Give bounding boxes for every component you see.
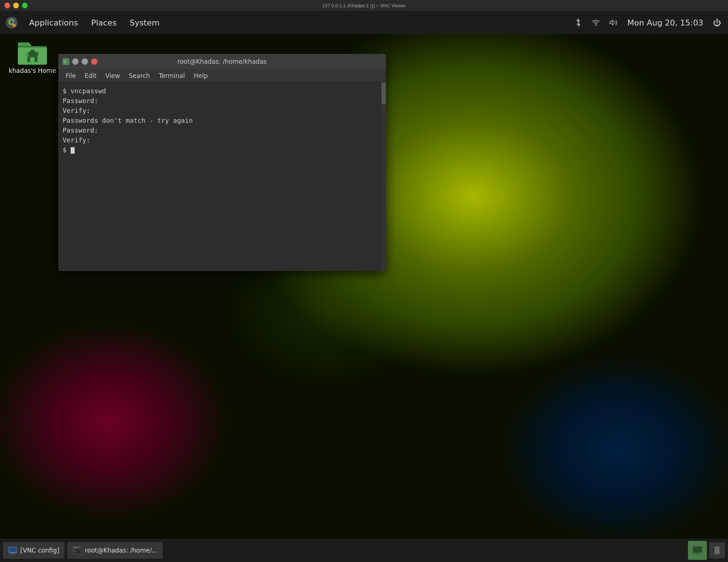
terminal-body[interactable]: $ vncpasswd Password: Verify: Passwords … (58, 82, 386, 271)
macos-maximize-button[interactable] (22, 3, 28, 8)
terminal-line-1: $ vncpasswd (63, 86, 381, 96)
svg-point-23 (74, 547, 75, 548)
svg-rect-28 (693, 547, 702, 553)
home-folder-icon (18, 40, 47, 66)
taskbar-terminal[interactable]: $ _ root@Khadas: /home/... (67, 542, 163, 559)
show-desktop-button[interactable] (688, 541, 707, 560)
menubar-left: Applications Places System (4, 15, 165, 30)
terminal-menu-terminal[interactable]: Terminal (154, 71, 189, 81)
terminal-window: root@Khadas: /home/khadas File Edit View… (58, 54, 386, 271)
terminal-menu-edit[interactable]: Edit (80, 71, 101, 81)
wifi-icon[interactable] (589, 16, 602, 29)
svg-point-3 (596, 25, 596, 25)
terminal-close-button[interactable] (91, 58, 98, 65)
svg-text:$ _: $ _ (74, 550, 78, 553)
terminal-menu-search[interactable]: Search (124, 71, 154, 81)
taskbar-right (686, 541, 725, 560)
macos-minimize-button[interactable] (13, 3, 19, 8)
terminal-menubar: File Edit View Search Terminal Help (58, 69, 386, 82)
svg-rect-11 (37, 52, 38, 56)
power-icon[interactable]: ⏻ (711, 16, 724, 29)
gnome-menubar: Applications Places System (0, 11, 728, 34)
svg-rect-17 (9, 547, 16, 552)
svg-rect-13 (64, 60, 67, 61)
svg-point-2 (13, 20, 15, 22)
svg-rect-30 (695, 554, 700, 555)
svg-rect-14 (64, 62, 66, 62)
vnc-viewer-titlebar: 127.0.0.1:1 (Khadas:1 ()) – VNC Viewer (0, 0, 728, 11)
taskbar-vnc-config[interactable]: [VNC config] (3, 542, 64, 559)
svg-rect-19 (11, 554, 15, 554)
terminal-menu-help[interactable]: Help (189, 71, 212, 81)
trash-icon[interactable] (709, 542, 725, 558)
svg-rect-33 (716, 546, 718, 547)
terminal-menu-file[interactable]: File (61, 71, 80, 81)
terminal-menu-view[interactable]: View (101, 71, 124, 81)
terminal-scrollbar[interactable] (381, 82, 386, 271)
terminal-line-5: Password: (63, 125, 381, 135)
svg-rect-10 (26, 54, 29, 57)
menubar-system[interactable]: System (124, 15, 165, 30)
terminal-titlebar: root@Khadas: /home/khadas (58, 54, 386, 69)
menubar-right: Mon Aug 20, 15:03 ⏻ (572, 16, 724, 29)
gnome-logo-icon[interactable] (4, 15, 19, 30)
terminal-line-2: Password: (63, 96, 381, 106)
taskbar: [VNC config] $ _ root@Khadas: /home/... (0, 539, 728, 562)
terminal-line-6: Verify: (63, 135, 381, 145)
terminal-cursor (71, 147, 75, 154)
taskbar-vnc-label: [VNC config] (20, 547, 59, 554)
svg-marker-4 (610, 20, 613, 25)
taskbar-vnc-icon (8, 546, 17, 555)
terminal-title: root@Khadas: /home/khadas (177, 58, 266, 65)
terminal-line-4: Passwords don't match - try again (63, 115, 381, 125)
taskbar-terminal-icon: $ _ (72, 546, 82, 555)
terminal-window-icon (63, 58, 69, 65)
svg-point-0 (6, 17, 17, 28)
svg-point-25 (76, 547, 77, 548)
terminal-scrollbar-thumb[interactable] (381, 82, 386, 104)
bluetooth-icon[interactable] (572, 16, 585, 29)
taskbar-terminal-label: root@Khadas: /home/... (85, 547, 158, 554)
menubar-applications[interactable]: Applications (23, 15, 84, 30)
desktop-home-icon[interactable]: khadas's Home (9, 40, 56, 74)
svg-rect-9 (30, 58, 35, 62)
svg-rect-15 (64, 63, 66, 63)
clock: Mon Aug 20, 15:03 (627, 18, 703, 27)
svg-point-24 (75, 547, 76, 548)
vnc-viewer-title: 127.0.0.1:1 (Khadas:1 ()) – VNC Viewer (322, 3, 406, 8)
terminal-maximize-button[interactable] (82, 58, 88, 65)
svg-point-1 (13, 24, 16, 27)
volume-icon[interactable] (607, 16, 620, 29)
terminal-prompt-line: $ (63, 145, 381, 155)
terminal-line-3: Verify: (63, 106, 381, 115)
terminal-minimize-button[interactable] (72, 58, 79, 65)
desktop-icon-label: khadas's Home (9, 67, 56, 74)
menubar-places[interactable]: Places (85, 15, 122, 30)
macos-close-button[interactable] (4, 3, 10, 8)
